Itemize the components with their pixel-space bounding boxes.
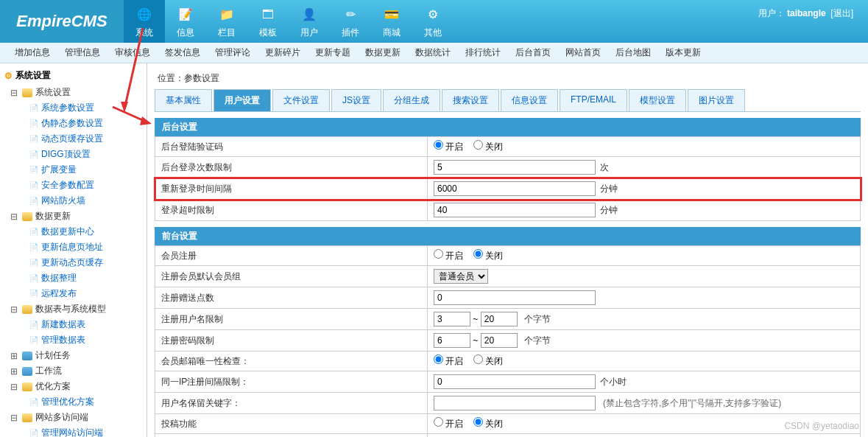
user-box: 用户： taibangle [退出]: [758, 7, 853, 20]
loginlimit-input[interactable]: [434, 160, 596, 175]
tree-group-优化方案[interactable]: ⊟优化方案: [0, 379, 147, 394]
post-on[interactable]: 开启: [434, 419, 463, 429]
tree-item-扩展变量[interactable]: 扩展变量: [0, 162, 147, 178]
emailunique-off[interactable]: 关闭: [473, 356, 503, 366]
tree-group-网站多访问端[interactable]: ⊟网站多访问端: [0, 410, 147, 425]
tab-基本属性[interactable]: 基本属性: [155, 89, 212, 111]
subnav-后台首页[interactable]: 后台首页: [515, 46, 551, 59]
topnav-信息[interactable]: 📝信息: [165, 0, 206, 43]
tree-item-伪静态参数设置[interactable]: 伪静态参数设置: [0, 116, 147, 131]
row-gift: 注册赠送点数: [155, 287, 861, 309]
row-space: 会员空间 开启 关闭: [155, 434, 861, 438]
logout-link[interactable]: [退出]: [830, 8, 853, 18]
reg-off[interactable]: 关闭: [473, 251, 503, 261]
backend-table: 后台登陆验证码 开启 关闭 后台登录次数限制 次 重新登录时间间隔 分钟 登录超…: [155, 136, 861, 221]
reserved-input[interactable]: [434, 396, 596, 410]
topnav-用户[interactable]: 👤用户: [289, 0, 330, 43]
tree-item-数据更新中心[interactable]: 数据更新中心: [0, 224, 147, 240]
userlen-max[interactable]: [481, 312, 518, 326]
tree-item-动态页缓存设置[interactable]: 动态页缓存设置: [0, 131, 147, 147]
pwdlen-max[interactable]: [481, 333, 518, 348]
tree-item-DIGG顶设置[interactable]: DIGG顶设置: [0, 147, 147, 162]
tree-item-管理优化方案[interactable]: 管理优化方案: [0, 394, 147, 410]
tree-item-管理数据表[interactable]: 管理数据表: [0, 332, 147, 348]
subnav-数据更新[interactable]: 数据更新: [365, 46, 401, 59]
main: 系统设置 ⊟系统设置系统参数设置伪静态参数设置动态页缓存设置DIGG顶设置扩展变…: [0, 63, 868, 437]
subnav-更新专题[interactable]: 更新专题: [315, 46, 350, 59]
tree-group-数据更新[interactable]: ⊟数据更新: [0, 209, 147, 224]
topnav-商城[interactable]: 💳商城: [371, 0, 412, 43]
row-reserved: 用户名保留关键字： (禁止包含字符,多个用"|"号隔开,支持多字验证): [155, 393, 861, 414]
reinterval-input[interactable]: [434, 181, 596, 196]
subnav-网站首页[interactable]: 网站首页: [565, 46, 601, 59]
tree-item-更新动态页缓存[interactable]: 更新动态页缓存: [0, 255, 147, 270]
logo: EmpireCMS: [0, 0, 124, 43]
topnav-栏目[interactable]: 📁栏目: [206, 0, 247, 43]
content: 位置：参数设置 基本属性用户设置文件设置JS设置分组生成搜索设置信息设置FTP/…: [147, 63, 868, 437]
topnav-icon: 💳: [381, 4, 402, 25]
tab-分组生成[interactable]: 分组生成: [383, 89, 440, 111]
captcha-off[interactable]: 关闭: [473, 141, 503, 152]
breadcrumb: 位置：参数设置: [155, 68, 861, 89]
sidebar: 系统设置 ⊟系统设置系统参数设置伪静态参数设置动态页缓存设置DIGG顶设置扩展变…: [0, 63, 147, 437]
topnav: 🌐系统📝信息📁栏目🗔模板👤用户✏插件💳商城⚙其他: [124, 0, 454, 43]
section-backend-title: 后台设置: [155, 118, 861, 136]
topnav-模板[interactable]: 🗔模板: [247, 0, 289, 43]
tabs: 基本属性用户设置文件设置JS设置分组生成搜索设置信息设置FTP/EMAIL模型设…: [155, 89, 861, 112]
captcha-on[interactable]: 开启: [434, 141, 463, 152]
tab-信息设置[interactable]: 信息设置: [501, 89, 558, 111]
tree-group-工作流[interactable]: ⊞工作流: [0, 363, 147, 379]
timeout-input[interactable]: [434, 203, 596, 217]
row-group: 注册会员默认会员组 普通会员: [155, 266, 861, 287]
tree-item-安全参数配置[interactable]: 安全参数配置: [0, 178, 147, 193]
tree-item-系统参数设置[interactable]: 系统参数设置: [0, 100, 147, 116]
tree-item-网站防火墙[interactable]: 网站防火墙: [0, 193, 147, 209]
subnav-排行统计[interactable]: 排行统计: [465, 46, 501, 59]
timeout-label: 登录超时限制: [155, 200, 428, 221]
loginlimit-label: 后台登录次数限制: [155, 157, 428, 178]
topnav-其他[interactable]: ⚙其他: [412, 0, 454, 43]
pwdlen-min[interactable]: [434, 333, 470, 348]
reg-on[interactable]: 开启: [434, 251, 463, 261]
userlen-min[interactable]: [434, 312, 470, 326]
tree-item-新建数据表[interactable]: 新建数据表: [0, 317, 147, 332]
topnav-系统[interactable]: 🌐系统: [124, 0, 165, 43]
topnav-icon: 👤: [299, 4, 320, 25]
group-select[interactable]: 普通会员: [434, 269, 488, 284]
post-off[interactable]: 关闭: [473, 419, 503, 429]
subnav-版本更新[interactable]: 版本更新: [666, 46, 701, 59]
row-reg: 会员注册 开启 关闭: [155, 246, 861, 266]
ipinterval-input[interactable]: [434, 374, 596, 389]
tree-group-数据表与系统模型[interactable]: ⊟数据表与系统模型: [0, 301, 147, 317]
tree-item-数据整理[interactable]: 数据整理: [0, 270, 147, 286]
tree-group-计划任务[interactable]: ⊞计划任务: [0, 348, 147, 363]
tab-模型设置[interactable]: 模型设置: [629, 89, 686, 111]
subnav-审核信息[interactable]: 审核信息: [115, 46, 150, 59]
tab-图片设置[interactable]: 图片设置: [688, 89, 745, 111]
gift-input[interactable]: [434, 290, 596, 305]
topnav-icon: 📁: [216, 4, 237, 25]
watermark: CSDN @yetaodiao: [784, 421, 859, 431]
topnav-插件[interactable]: ✏插件: [330, 0, 371, 43]
subnav-管理信息[interactable]: 管理信息: [65, 46, 100, 59]
tab-FTP/EMAIL[interactable]: FTP/EMAIL: [560, 89, 627, 111]
frontend-table: 会员注册 开启 关闭 注册会员默认会员组 普通会员 注册赠送点数 注册用户名限制…: [155, 245, 861, 437]
emailunique-on[interactable]: 开启: [434, 356, 463, 366]
folder-icon: [22, 413, 32, 422]
subnav-数据统计[interactable]: 数据统计: [415, 46, 451, 59]
subnav-后台地图[interactable]: 后台地图: [615, 46, 651, 59]
tree-item-更新信息页地址[interactable]: 更新信息页地址: [0, 240, 147, 255]
tab-用户设置[interactable]: 用户设置: [214, 89, 271, 111]
tree-group-系统设置[interactable]: ⊟系统设置: [0, 85, 147, 100]
subnav-增加信息[interactable]: 增加信息: [15, 46, 50, 59]
tab-搜索设置[interactable]: 搜索设置: [442, 89, 499, 111]
subnav-管理评论[interactable]: 管理评论: [215, 46, 250, 59]
tree-item-远程发布[interactable]: 远程发布: [0, 286, 147, 301]
toggle-icon: ⊟: [9, 413, 19, 423]
tab-JS设置[interactable]: JS设置: [331, 89, 381, 111]
subnav-签发信息[interactable]: 签发信息: [165, 46, 200, 59]
tab-文件设置[interactable]: 文件设置: [272, 89, 330, 111]
tree-item-管理网站访问端[interactable]: 管理网站访问端: [0, 425, 147, 437]
toggle-icon: ⊟: [9, 211, 19, 222]
subnav-更新碎片[interactable]: 更新碎片: [265, 46, 300, 59]
